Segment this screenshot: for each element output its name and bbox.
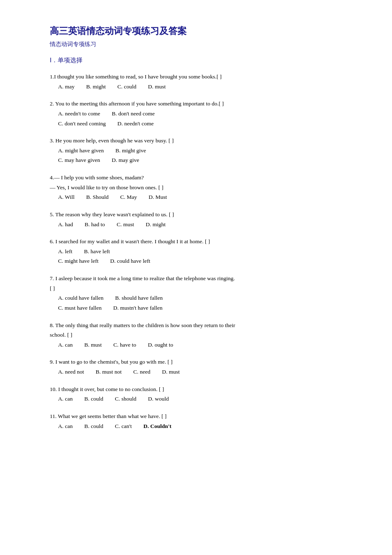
question-3: 3. He you more help, even though he was … <box>50 136 351 165</box>
options-row: A. might have givenB. might give <box>58 146 351 156</box>
option: D. needn't come <box>117 119 154 129</box>
option: B. Should <box>86 192 109 202</box>
question-text: 10. I thought it over, but come to no co… <box>50 384 351 394</box>
option: D. must <box>148 82 166 92</box>
option: A. can <box>58 340 73 350</box>
option: A. can <box>58 394 73 404</box>
option: D. would <box>148 394 169 404</box>
question-text: 1.I thought you like something to read, … <box>50 72 351 82</box>
option: B. don't need come <box>112 109 155 119</box>
option: C. must <box>117 220 134 230</box>
options-row: C. must have fallenD. mustn't have falle… <box>58 303 351 313</box>
option: B. should have fallen <box>115 293 163 303</box>
section-title: Ⅰ．单项选择 <box>50 56 351 64</box>
option: A. can <box>58 421 73 431</box>
option: A. left <box>58 247 73 257</box>
option: D. may give <box>112 155 139 165</box>
option: B. must <box>84 340 102 350</box>
question-2: 2. You to the meeting this afternoon if … <box>50 99 351 128</box>
option: A. had <box>58 220 73 230</box>
option: C. may have given <box>58 155 100 165</box>
question-text: 8. The only thing that really matters to… <box>50 320 351 330</box>
question-text: 6. I searched for my wallet and it wasn'… <box>50 237 351 247</box>
question-text: 5. The reason why they leave wasn't expl… <box>50 210 351 220</box>
options-row: A. need notB. must notC. needD. must <box>58 367 351 377</box>
question-text: 4.— I help you with some shoes, madam? <box>50 173 351 183</box>
option: A. might have given <box>58 146 104 156</box>
option: B. could <box>84 421 103 431</box>
option: A. need not <box>58 367 84 377</box>
option: D. must <box>162 367 180 377</box>
option: D. could have left <box>110 256 150 266</box>
option: A. may <box>58 82 75 92</box>
question-5: 5. The reason why they leave wasn't expl… <box>50 210 351 229</box>
options-row: A. canB. couldC. can'tD. Couldn't <box>58 421 351 431</box>
option: B. might <box>86 82 106 92</box>
options-row: A. needn't to comeB. don't need come <box>58 109 351 119</box>
option: D. ought to <box>148 340 173 350</box>
option: C. May <box>120 192 137 202</box>
option: B. could <box>84 394 103 404</box>
question-text: — Yes, I would like to try on those brow… <box>50 183 351 193</box>
options-row: A. mayB. mightC. couldD. must <box>58 82 351 92</box>
option: A. could have fallen <box>58 293 103 303</box>
options-row: C. don't need comingD. needn't come <box>58 119 351 129</box>
options-row: C. may have givenD. may give <box>58 155 351 165</box>
options-row: A. hadB. had toC. mustD. might <box>58 220 351 230</box>
question-text: school. [ ] <box>50 330 351 340</box>
option: D. Couldn't <box>144 421 172 431</box>
option: C. might have left <box>58 256 98 266</box>
questions-container: 1.I thought you like something to read, … <box>50 72 351 431</box>
option: C. don't need coming <box>58 119 106 129</box>
option: D. Must <box>149 192 167 202</box>
options-row: A. canB. mustC. have toD. ought to <box>58 340 351 350</box>
option: C. need <box>133 367 150 377</box>
question-4: 4.— I help you with some shoes, madam?— … <box>50 173 351 202</box>
question-6: 6. I searched for my wallet and it wasn'… <box>50 237 351 266</box>
option: C. should <box>115 394 136 404</box>
options-row: C. might have leftD. could have left <box>58 256 351 266</box>
question-11: 11. What we get seems better than what w… <box>50 411 351 431</box>
option: D. might <box>146 220 166 230</box>
option: C. have to <box>113 340 136 350</box>
options-row: A. canB. couldC. shouldD. would <box>58 394 351 404</box>
option: A. Will <box>58 192 75 202</box>
options-row: A. leftB. have left <box>58 247 351 257</box>
option: B. have left <box>84 247 110 257</box>
option: B. might give <box>115 146 146 156</box>
options-row: A. WillB. ShouldC. MayD. Must <box>58 192 351 202</box>
question-text: 7. I asleep because it took me a long ti… <box>50 274 351 284</box>
question-7: 7. I asleep because it took me a long ti… <box>50 274 351 313</box>
question-9: 9. I want to go to the chemist's, but yo… <box>50 357 351 377</box>
option: A. needn't to come <box>58 109 100 119</box>
option: C. can't <box>115 421 132 431</box>
question-text: [ ] <box>50 284 351 293</box>
option: B. must not <box>96 367 122 377</box>
question-text: 3. He you more help, even though he was … <box>50 136 351 146</box>
subtitle: 情态动词专项练习 <box>50 41 351 48</box>
question-text: 9. I want to go to the chemist's, but yo… <box>50 357 351 367</box>
option: C. must have fallen <box>58 303 102 313</box>
question-text: 11. What we get seems better than what w… <box>50 411 351 421</box>
option: B. had to <box>85 220 105 230</box>
question-8: 8. The only thing that really matters to… <box>50 320 351 350</box>
option: D. mustn't have fallen <box>113 303 163 313</box>
page-title: 高三英语情态动词专项练习及答案 <box>50 25 351 37</box>
options-row: A. could have fallenB. should have falle… <box>58 293 351 303</box>
question-text: 2. You to the meeting this afternoon if … <box>50 99 351 109</box>
question-10: 10. I thought it over, but come to no co… <box>50 384 351 404</box>
option: C. could <box>117 82 136 92</box>
question-1: 1.I thought you like something to read, … <box>50 72 351 91</box>
